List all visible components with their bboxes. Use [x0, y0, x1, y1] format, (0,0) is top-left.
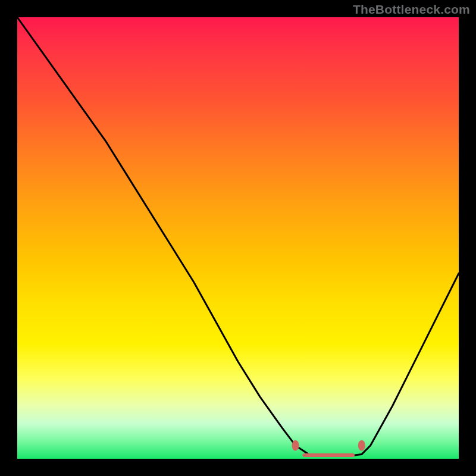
range-marker-dot — [358, 440, 365, 451]
chart-container: TheBottleneck.com — [0, 0, 476, 476]
bottleneck-curve-line — [17, 17, 459, 456]
optimal-range-markers — [292, 440, 365, 451]
watermark-text: TheBottleneck.com — [353, 2, 470, 17]
bottleneck-curve-svg — [17, 17, 459, 459]
range-marker-dot — [292, 440, 299, 451]
